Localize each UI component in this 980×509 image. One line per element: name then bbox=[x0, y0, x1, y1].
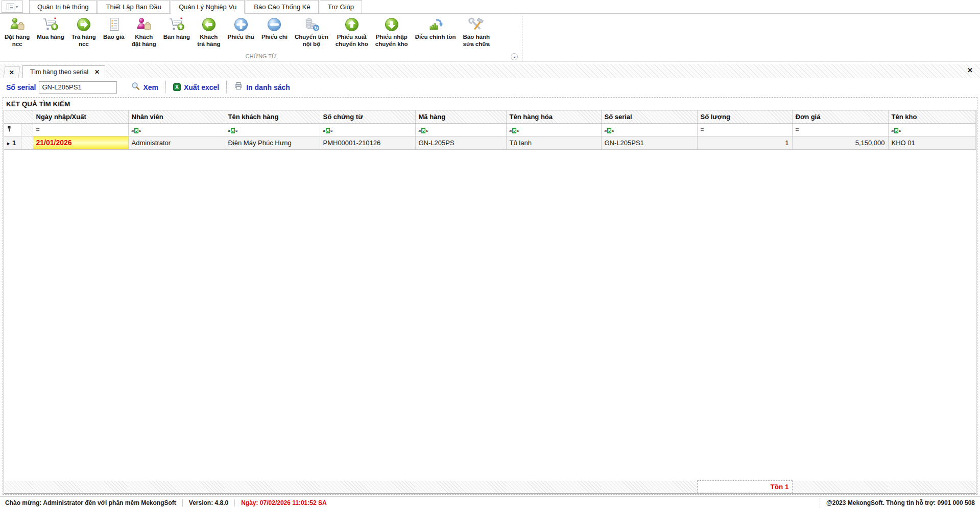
column-header-so-chung-tu[interactable]: Số chứng từ bbox=[320, 110, 415, 123]
view-button[interactable]: Xem bbox=[124, 81, 165, 94]
filter-cell-khach-hang[interactable]: aBc bbox=[225, 123, 320, 136]
menu-tab-help[interactable]: Trợ Giúp bbox=[320, 0, 362, 14]
ribbon-item-ban-hang[interactable]: Bán hàng bbox=[160, 15, 194, 42]
cell-ten-khach-hang[interactable]: Điện Máy Phúc Hưng bbox=[225, 136, 320, 149]
ribbon-item-label: Chuyển tiền nội bộ bbox=[295, 34, 328, 48]
menu-tab-business-management[interactable]: Quản Lý Nghiệp Vụ bbox=[171, 0, 245, 14]
cell-nhan-vien[interactable]: Administrator bbox=[128, 136, 225, 149]
ribbon-item-label: Bảo hành sửa chữa bbox=[463, 34, 490, 48]
column-header-don-gia[interactable]: Đơn giá bbox=[792, 110, 888, 123]
ribbon-item-dieu-chinh-ton[interactable]: Điều chỉnh tồn bbox=[412, 15, 460, 42]
search-icon bbox=[131, 82, 140, 92]
filter-cell-ngay[interactable]: = bbox=[33, 123, 128, 136]
column-header-ten-khach-hang[interactable]: Tên khách hàng bbox=[225, 110, 320, 123]
status-separator bbox=[234, 499, 235, 506]
row-indicator-cell[interactable]: ▸1 bbox=[4, 136, 33, 149]
menu-tab-initial-setup[interactable]: Thiết Lập Ban Đầu bbox=[98, 0, 169, 14]
ribbon-item-mua-hang[interactable]: Mua hàng bbox=[33, 15, 68, 42]
grid-footer: Tồn 1 bbox=[4, 480, 976, 493]
tab-close-icon[interactable]: ✕ bbox=[94, 68, 100, 76]
ribbon-item-khach-tra-hang[interactable]: Khách trả hàng bbox=[194, 15, 224, 49]
filter-cell-chung-tu[interactable]: aBc bbox=[320, 123, 415, 136]
search-toolbar: Số serial Xem X Xuất excel In danh sách bbox=[0, 78, 980, 97]
ribbon-item-phieu-nhap-chuyen-kho[interactable]: Phiếu nhập chuyển kho bbox=[372, 15, 412, 49]
stock-adjust-icon bbox=[427, 16, 444, 33]
ribbon-item-khach-dat-hang[interactable]: Khách đặt hàng bbox=[128, 15, 160, 49]
filter-pin-icon bbox=[7, 126, 11, 133]
serial-input[interactable] bbox=[39, 81, 117, 94]
filter-cell-ten-kho[interactable]: aBc bbox=[888, 123, 976, 136]
equals-filter-icon: = bbox=[796, 126, 799, 133]
filter-row-indicator bbox=[4, 123, 33, 136]
print-list-label: In danh sách bbox=[246, 83, 290, 91]
column-header-ten-hang-hoa[interactable]: Tên hàng hóa bbox=[506, 110, 601, 123]
column-header-ten-kho[interactable]: Tên kho bbox=[888, 110, 976, 123]
expand-arrow-icon: ◢ bbox=[513, 55, 515, 58]
cell-don-gia[interactable]: 5,150,000 bbox=[792, 136, 888, 149]
ribbon-item-dat-hang-ncc[interactable]: Đặt hàng ncc bbox=[1, 15, 33, 49]
ribbon-item-bao-gia[interactable]: Báo giá bbox=[100, 15, 128, 42]
ribbon-item-chuyen-tien-noi-bo[interactable]: ↻ Chuyển tiền nội bộ bbox=[291, 15, 332, 49]
cell-ma-hang[interactable]: GN-L205PS bbox=[415, 136, 506, 149]
ribbon-item-phieu-thu[interactable]: Phiếu thu bbox=[224, 15, 258, 42]
filter-cell-nhan-vien[interactable]: aBc bbox=[128, 123, 225, 136]
ribbon: Đặt hàng ncc Mua hàng Trả hàng ncc Báo g… bbox=[0, 14, 980, 62]
menu-tab-system-admin[interactable]: Quản trị hệ thống bbox=[29, 0, 97, 14]
export-excel-button[interactable]: X Xuất excel bbox=[165, 81, 226, 94]
abc-filter-icon: aBc bbox=[605, 128, 614, 133]
cell-ngay-nhap-xuat[interactable]: 21/01/2026 bbox=[33, 136, 128, 149]
equals-filter-icon: = bbox=[701, 126, 704, 133]
ribbon-group-row: CHỨNG TỪ ◢ bbox=[0, 53, 980, 61]
copyright-text: @2023 MekongSoft. Thông tin hỗ trợ: 0901… bbox=[826, 499, 975, 506]
column-header-label: Ngày nhập/Xuất bbox=[36, 113, 86, 121]
abc-filter-icon: aBc bbox=[228, 128, 238, 133]
cell-so-chung-tu[interactable]: PMH00001-210126 bbox=[320, 136, 415, 149]
ribbon-item-label: Phiếu xuất chuyển kho bbox=[336, 34, 368, 48]
ribbon-item-bao-hanh-sua-chua[interactable]: Bảo hành sửa chữa bbox=[460, 15, 493, 49]
close-tab-button-left[interactable]: ✕ bbox=[3, 66, 20, 78]
tab-tim-hang-theo-serial[interactable]: Tìm hàng theo serial ✕ bbox=[22, 65, 105, 78]
warehouse-out-icon bbox=[344, 16, 360, 33]
abc-filter-icon: aBc bbox=[132, 128, 141, 133]
abc-filter-icon: aBc bbox=[510, 128, 519, 133]
footer-cell-empty bbox=[888, 481, 976, 493]
footer-cell-empty bbox=[415, 481, 506, 493]
column-header-ngay-nhap-xuat[interactable]: Ngày nhập/Xuất bbox=[33, 110, 128, 123]
column-header-ma-hang[interactable]: Mã hàng bbox=[415, 110, 506, 123]
close-tabstrip-button-right[interactable]: ✕ bbox=[967, 66, 973, 74]
results-title: KẾT QUẢ TÌM KIẾM bbox=[3, 98, 977, 110]
filter-cell-don-gia[interactable]: = bbox=[792, 123, 888, 136]
internal-transfer-icon: ↻ bbox=[303, 16, 320, 33]
column-header-label: Tên khách hàng bbox=[228, 113, 279, 121]
cell-ten-kho[interactable]: KHO 01 bbox=[888, 136, 976, 149]
equals-filter-icon: = bbox=[36, 126, 40, 133]
row-indicator-header bbox=[4, 110, 33, 123]
menu-tab-reports[interactable]: Báo Cáo Thống Kê bbox=[246, 0, 318, 14]
ribbon-expand-button[interactable]: ◢ bbox=[511, 53, 518, 60]
cell-so-luong[interactable]: 1 bbox=[697, 136, 792, 149]
filter-cell-serial[interactable]: aBc bbox=[601, 123, 697, 136]
filter-cell-ten-hang[interactable]: aBc bbox=[506, 123, 601, 136]
ribbon-item-tra-hang-ncc[interactable]: Trả hàng ncc bbox=[68, 15, 100, 49]
cell-ten-hang-hoa[interactable]: Tủ lạnh bbox=[506, 136, 601, 149]
print-list-button[interactable]: In danh sách bbox=[226, 81, 297, 94]
filter-cell-so-luong[interactable]: = bbox=[697, 123, 792, 136]
column-header-so-luong[interactable]: Số lượng bbox=[697, 110, 792, 123]
ribbon-item-phieu-xuat-chuyen-kho[interactable]: Phiếu xuất chuyển kho bbox=[332, 15, 372, 49]
column-header-so-serial[interactable]: Số serial bbox=[601, 110, 697, 123]
filter-cell-ma-hang[interactable]: aBc bbox=[415, 123, 506, 136]
footer-cell-empty bbox=[792, 481, 888, 493]
row-arrow-icon: ▸ bbox=[7, 141, 10, 146]
status-bar: Chào mừng: Administrator đến với phần mề… bbox=[0, 496, 980, 509]
column-header-nhan-vien[interactable]: Nhân viên bbox=[128, 110, 225, 123]
footer-cell-empty bbox=[506, 481, 601, 493]
ribbon-item-label: Phiếu nhập chuyển kho bbox=[375, 34, 408, 48]
ribbon-item-label: Đặt hàng ncc bbox=[5, 34, 30, 48]
excel-icon: X bbox=[173, 83, 181, 91]
footer-cell-empty bbox=[128, 481, 225, 493]
grid-footer-row: Tồn 1 bbox=[4, 481, 976, 493]
ribbon-item-phieu-chi[interactable]: Phiếu chi bbox=[258, 15, 291, 42]
ribbon-group-chung-tu: Đặt hàng ncc Mua hàng Trả hàng ncc Báo g… bbox=[0, 14, 980, 53]
cell-so-serial[interactable]: GN-L205PS1 bbox=[601, 136, 697, 149]
app-menu-button[interactable]: ▾ bbox=[2, 1, 23, 13]
